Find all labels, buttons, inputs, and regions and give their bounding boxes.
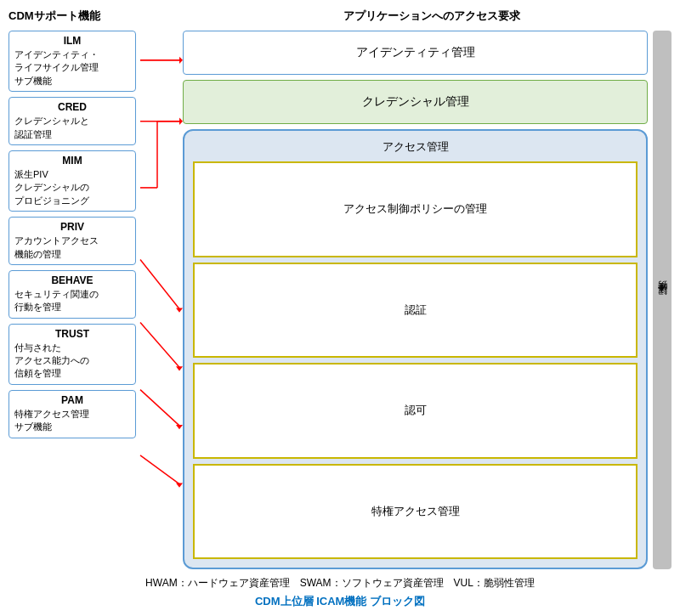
cdm-label-trust: TRUST — [14, 328, 130, 340]
cdm-label-behave: BEHAVE — [14, 274, 130, 286]
access-inner-boxes: アクセス制御ポリシーの管理 認証 認可 特権アクセス管理 — [193, 161, 638, 559]
footer-line1: HWAM：ハードウェア資産管理 SWAM：ソフトウェア資産管理 VUL：脆弱性管… — [8, 576, 672, 591]
arrow-area — [140, 31, 183, 569]
credential-box: クレデンシャル管理 — [183, 80, 648, 124]
diagram-area: ILM アイデンティティ・ライフサイクル管理サブ機能 CRED クレデンシャルと… — [8, 31, 672, 569]
cdm-box-trust: TRUST 付与されたアクセス能力への信頼を管理 — [8, 324, 136, 385]
cdm-box-behave: BEHAVE セキュリティ関連の行動を管理 — [8, 270, 136, 319]
cdm-desc-pam: 特権アクセス管理サブ機能 — [14, 409, 89, 432]
access-inner-box-1: 認証 — [193, 263, 638, 359]
cdm-label-ilm: ILM — [14, 35, 130, 47]
svg-marker-3 — [179, 117, 183, 124]
cdm-desc-trust: 付与されたアクセス能力への信頼を管理 — [14, 342, 89, 379]
right-section: アイデンティティ管理 クレデンシャル管理 アクセス管理 アクセス制御ポリシーの管… — [183, 31, 648, 569]
svg-line-7 — [140, 259, 179, 308]
header-row: CDMサポート機能 アプリケーションへのアクセス要求 — [8, 8, 672, 24]
arrows-svg — [140, 31, 183, 569]
svg-marker-10 — [176, 366, 183, 370]
cdm-box-cred: CRED クレデンシャルと認証管理 — [8, 97, 136, 145]
cdm-box-priv: PRIV アカウントアクセス機能の管理 — [8, 217, 136, 265]
identity-box: アイデンティティ管理 — [183, 31, 648, 75]
cdm-desc-mim: 派生PIVクレデンシャルのプロビジョニング — [14, 169, 89, 206]
footer: HWAM：ハードウェア資産管理 SWAM：ソフトウェア資産管理 VUL：脆弱性管… — [8, 576, 672, 609]
svg-marker-8 — [176, 308, 183, 313]
access-inner-box-2: 認可 — [193, 363, 638, 459]
side-bar: 認証連携 — [653, 31, 672, 569]
credential-label: クレデンシャル管理 — [362, 94, 469, 110]
cdm-desc-cred: クレデンシャルと認証管理 — [14, 116, 89, 138]
svg-line-13 — [140, 455, 179, 484]
access-inner-box-3: 特権アクセス管理 — [193, 464, 638, 560]
footer-line2: CDM上位層 ICAM機能 ブロック図 — [8, 594, 672, 609]
svg-line-11 — [140, 390, 179, 426]
cdm-box-ilm: ILM アイデンティティ・ライフサイクル管理サブ機能 — [8, 31, 136, 92]
cdm-desc-ilm: アイデンティティ・ライフサイクル管理サブ機能 — [14, 49, 99, 86]
header-left: CDMサポート機能 — [8, 8, 157, 24]
cdm-box-pam: PAM 特権アクセス管理サブ機能 — [8, 390, 136, 438]
cdm-label-mim: MIM — [14, 155, 130, 167]
svg-line-9 — [140, 322, 179, 367]
svg-marker-12 — [176, 425, 183, 429]
access-outer-box: アクセス管理 アクセス制御ポリシーの管理 認証 認可 特権アクセス管理 — [183, 129, 648, 569]
cdm-box-mim: MIM 派生PIVクレデンシャルのプロビジョニング — [8, 150, 136, 212]
side-bar-text: 認証連携 — [656, 297, 669, 303]
access-outer-title: アクセス管理 — [193, 139, 638, 155]
identity-label: アイデンティティ管理 — [356, 45, 475, 60]
cdm-label-pam: PAM — [14, 394, 130, 406]
svg-marker-1 — [179, 57, 183, 64]
svg-marker-14 — [176, 483, 183, 488]
cdm-label-priv: PRIV — [14, 221, 130, 233]
header-right: アプリケーションへのアクセス要求 — [157, 8, 672, 24]
main-container: CDMサポート機能 アプリケーションへのアクセス要求 ILM アイデンティティ・… — [0, 0, 680, 616]
access-inner-box-0: アクセス制御ポリシーの管理 — [193, 161, 638, 257]
cdm-desc-priv: アカウントアクセス機能の管理 — [14, 235, 99, 258]
cdm-desc-behave: セキュリティ関連の行動を管理 — [14, 289, 99, 312]
left-column: ILM アイデンティティ・ライフサイクル管理サブ機能 CRED クレデンシャルと… — [8, 31, 140, 569]
cdm-label-cred: CRED — [14, 101, 130, 113]
